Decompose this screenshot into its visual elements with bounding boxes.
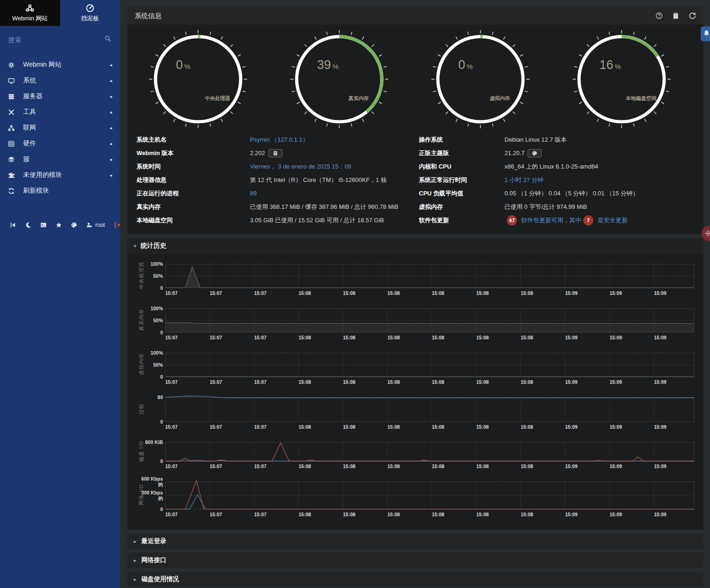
tab-webmin[interactable]: Webmin 网站 [0,0,60,26]
dashboard-icon [86,4,94,13]
gauge-dial: 0% 虚拟内存 [431,30,529,128]
chevron-down-icon: ▾ [134,243,137,249]
chart-cpu-usage: 中央处理器100%50%015:0715:0715:0715:0815:0815… [127,261,694,298]
search-icon[interactable] [105,35,112,44]
puzzle-icon [8,172,16,179]
palette-button[interactable] [528,149,542,157]
chevron-right-icon: ▸ [134,538,137,544]
info-value: 21.20.7 [504,146,694,160]
sidebar-item-puzzle[interactable]: 未使用的模块◂ [0,167,120,183]
info-label: 真实内存 [137,200,250,213]
x-axis-labels: 15:0715:0715:0715:0815:0815:0815:0815:08… [165,511,694,519]
sidebar: Webmin 网站 挡泥板 Webmin 网站◂系统◂服务器◂工具◂联网◂硬件◂… [0,0,120,588]
log-button[interactable] [268,149,282,157]
username-label: root [95,222,105,228]
info-value-text: 2.202 [250,150,265,156]
sidebar-item-label: 服务器 [23,92,109,100]
panel-header-icons [655,12,696,19]
info-label: 系统正常运行时间 [419,173,504,187]
charts-container: 中央处理器100%50%015:0715:0715:0715:0815:0815… [127,254,704,530]
tab-dashboard-label: 挡泥板 [81,14,99,23]
search-input[interactable] [8,36,105,44]
x-axis-labels: 15:0715:0715:0715:0815:0815:0815:0815:08… [165,334,694,342]
section-最近登录[interactable]: ▸最近登录 [127,533,704,549]
gauge-dial: 39% 真实内存 [290,30,388,128]
tools-icon [8,109,16,116]
sidebar-item-server[interactable]: 服务器◂ [0,88,120,104]
main-content: 系统信息 0% 中央处理器 39% 真实内存 0% 虚拟内存 16% 本地磁盘空… [120,0,710,588]
gauge-value: 0% [458,58,473,72]
sidebar-item-gear[interactable]: Webmin 网站◂ [0,57,120,73]
chart-processes: 过程80015:0715:0715:0715:0815:0815:0815:08… [127,394,694,432]
info-link[interactable]: Psymin （127.0.1.1） [250,136,308,144]
info-link[interactable]: 89 [250,190,256,197]
info-label: 处理器信息 [137,173,250,187]
chart-real-memory: 真实内存100%50%015:0715:0715:0715:0815:0815:… [127,306,694,342]
chart-plot: 15:0715:0715:0715:0815:0815:0815:0815:08… [165,350,694,387]
question-icon[interactable] [655,12,663,19]
star-icon[interactable] [53,220,64,230]
chevron-left-icon: ◂ [109,141,112,147]
sidebar-menu: Webmin 网站◂系统◂服务器◂工具◂联网◂硬件◂簇◂未使用的模块◂刷新模块 [0,57,120,199]
chevron-left-icon: ◂ [109,172,112,178]
panel-title: 系统信息 [135,12,655,20]
chart-axis-label: 磁盘 I/O [138,440,145,462]
reload-icon[interactable] [689,12,696,19]
info-label: CPU 负载平均值 [419,187,504,200]
sidebar-item-label: 簇 [23,155,109,163]
collapsed-panels: ▸最近登录▸网络接口▸磁盘使用情况 [127,533,704,587]
clipboard-icon[interactable] [672,12,679,19]
info-value: 已使用 0 字节/总计 974.99 MiB [504,200,694,213]
count-badge: 47 [507,215,517,225]
user-menu[interactable]: root [84,220,107,230]
info-label: 内核和 CPU [419,160,504,173]
x-axis-labels: 15:0715:0715:0715:0815:0815:0815:0815:08… [165,463,694,471]
chevron-left-icon: ◂ [109,109,112,115]
info-value: 89 [250,187,419,200]
info-link[interactable]: Viernes， 3 de enero de 2025 15：09 [250,163,351,171]
gauge-dial: 0% 中央处理器 [149,30,247,128]
info-value-text: x86_64 上的 Linux 6.1.0-25-amd64 [504,163,598,171]
sidebar-item-refresh[interactable]: 刷新模块 [0,183,120,199]
tab-dashboard[interactable]: 挡泥板 [60,0,120,26]
x-axis-labels: 15:0715:0715:0715:0815:0815:0815:0815:08… [165,423,694,432]
info-value: 1 小时 27 分钟 [504,173,694,187]
terminal-icon[interactable] [38,220,49,230]
info-link[interactable]: 1 小时 27 分钟 [504,176,544,184]
gauge-value: 0% [176,58,190,72]
collapse-icon[interactable] [7,220,19,230]
sidebar-bottom-toolbar: root [0,220,120,230]
chart-axis-label: 虚拟内存 [138,353,145,375]
gauge-value: 39% [317,58,338,72]
sidebar-item-tools[interactable]: 工具◂ [0,104,120,120]
gauges-row: 0% 中央处理器 39% 真实内存 0% 虚拟内存 16% 本地磁盘空间 [127,25,704,129]
sidebar-item-hdd[interactable]: 硬件◂ [0,136,120,151]
info-value-text: 已使用 368.17 MiB / 缓存 387.96 MiB / 总计 960.… [250,203,399,211]
info-value-text: 3.05 GiB 已使用 / 15.52 GiB 可用 / 总计 18.57 G… [250,216,384,225]
notifications-button[interactable] [701,26,710,41]
info-value: Viernes， 3 de enero de 2025 15：09 [250,160,419,173]
chevron-left-icon: ◂ [109,62,112,68]
refresh-icon [8,188,16,194]
section-网络接口[interactable]: ▸网络接口 [127,552,704,568]
chevron-left-icon: ◂ [109,125,112,131]
palette-icon[interactable] [69,220,80,230]
info-link[interactable]: 软件包更新可用，其中 [521,216,581,225]
stats-history-header[interactable]: ▾ 统计历史 [127,238,704,254]
gauge-label: 本地磁盘空间 [625,95,656,101]
sidebar-item-layers[interactable]: 簇◂ [0,151,120,167]
moon-icon[interactable] [23,220,34,230]
info-link[interactable]: 是安全更新 [598,216,628,225]
section-磁盘使用情况[interactable]: ▸磁盘使用情况 [127,571,704,587]
info-label: Webmin 版本 [137,146,250,160]
info-value-text: Debian Linux 12.7 版本 [504,136,567,144]
system-info-header: 系统信息 [127,7,704,25]
sidebar-item-display[interactable]: 系统◂ [0,73,120,88]
info-label: 系统主机名 [137,133,250,146]
chevron-right-icon: ▸ [134,557,137,563]
info-label: 操作系统 [419,133,504,146]
info-label: 系统时间 [137,160,250,173]
gauge-本地磁盘空间: 16% 本地磁盘空间 [551,30,692,128]
sidebar-item-label: Webmin 网站 [23,61,109,69]
sidebar-item-network[interactable]: 联网◂ [0,120,120,136]
